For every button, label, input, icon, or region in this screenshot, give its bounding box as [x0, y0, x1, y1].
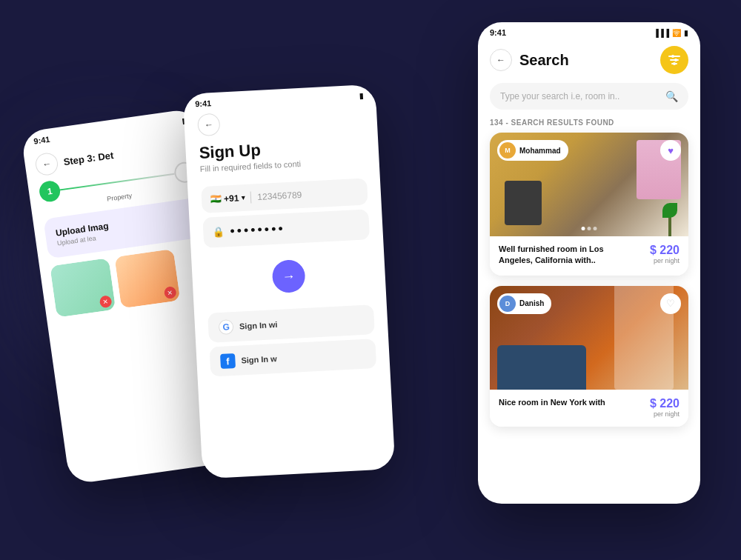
- phone-signup: 9:41 ▮ ← Sign Up Fill in required fields…: [183, 84, 396, 479]
- divider: [250, 192, 252, 204]
- plant-decoration: [662, 199, 677, 236]
- phone-field: 123456789: [257, 190, 302, 202]
- dot-1: [582, 227, 585, 230]
- back-button-3[interactable]: ←: [490, 49, 512, 71]
- code-text: +91: [224, 193, 239, 204]
- filter-icon: [668, 55, 681, 65]
- country-code: 🇮🇳 +91 ▾: [210, 193, 245, 204]
- price-value-2: $ 220: [650, 397, 679, 410]
- time-2: 9:41: [195, 99, 212, 108]
- password-input-row[interactable]: 🔒 ••••••••: [202, 209, 370, 248]
- filter-button[interactable]: [660, 46, 688, 74]
- facebook-signin-label: Sign In w: [241, 354, 277, 365]
- listing-image-2: D Danish ♡: [490, 286, 688, 390]
- step-title: Step 3: Det: [63, 149, 114, 167]
- room-image-1: [50, 258, 116, 317]
- search-input-container[interactable]: Type your search i.e, room in.. 🔍: [490, 83, 688, 110]
- time-3: 9:41: [490, 28, 506, 37]
- dot-2: [588, 227, 591, 230]
- heart-icon-1: ♥: [668, 145, 674, 156]
- listing-card-1[interactable]: M Mohammad ♥ Well furnished room in Los …: [490, 133, 688, 276]
- lock-icon: 🔒: [212, 227, 225, 239]
- status-bar-3: 9:41 ▐▐▐ 🛜 ▮: [478, 22, 700, 40]
- battery-icon-2: ▮: [359, 91, 365, 99]
- phone-input-row[interactable]: 🇮🇳 +91 ▾ 123456789: [201, 178, 368, 213]
- facebook-signin-button[interactable]: f Sign In w: [209, 339, 376, 377]
- google-signin-button[interactable]: G Sign In wi: [207, 304, 375, 343]
- listing-image-1: M Mohammad ♥: [490, 133, 688, 236]
- svg-point-3: [671, 55, 674, 58]
- thumb-1: ✕: [50, 258, 116, 317]
- chevron-down-icon: ▾: [241, 194, 245, 201]
- listing-info-1: Well furnished room in Los Angeles, Cali…: [490, 236, 688, 276]
- price-unit-1: per night: [650, 257, 679, 264]
- wifi-icon: 🛜: [672, 29, 681, 37]
- facebook-icon: f: [220, 353, 236, 369]
- user-name-1: Mohammad: [519, 147, 561, 155]
- favorite-button-1[interactable]: ♥: [660, 140, 681, 161]
- svg-point-5: [673, 62, 676, 65]
- dot-3: [594, 227, 597, 230]
- thumb-grid: ✕ ✕: [50, 244, 213, 318]
- thumb-2: ✕: [114, 249, 180, 308]
- search-input[interactable]: Type your search i.e, room in..: [500, 91, 659, 101]
- back-button-1[interactable]: ←: [34, 152, 59, 177]
- phone-search: 9:41 ▐▐▐ 🛜 ▮ ← Search Type your search i…: [478, 22, 700, 504]
- listing-price-1: $ 220 per night: [650, 244, 679, 264]
- time-1: 9:41: [33, 135, 50, 146]
- room-image-2: [114, 249, 180, 308]
- user-avatar-2: D: [499, 296, 516, 312]
- country-flag: 🇮🇳: [210, 194, 222, 205]
- listing-price-2: $ 220 per night: [650, 397, 679, 418]
- user-badge-1: M Mohammad: [497, 140, 568, 161]
- listing-description-2: Nice room in New York with: [499, 397, 605, 408]
- heart-icon-2: ♡: [666, 298, 675, 309]
- results-count: 134 - SEARCH RESULTS FOUND: [478, 119, 700, 133]
- listing-card-2[interactable]: D Danish ♡ Nice room in New York with $ …: [490, 286, 688, 427]
- back-button-2[interactable]: ←: [197, 113, 221, 137]
- user-name-2: Danish: [519, 299, 544, 307]
- search-icon: 🔍: [665, 90, 678, 102]
- next-button[interactable]: →: [272, 259, 306, 293]
- google-signin-label: Sign In wi: [239, 320, 278, 331]
- price-unit-2: per night: [650, 410, 679, 418]
- image-dots-1: [582, 227, 597, 230]
- svg-point-4: [674, 59, 677, 61]
- user-badge-2: D Danish: [497, 293, 551, 314]
- step-circle-1: 1: [38, 180, 62, 204]
- price-value-1: $ 220: [650, 244, 679, 257]
- listing-description-1: Well furnished room in Los Angeles, Cali…: [499, 244, 610, 267]
- google-icon: G: [219, 319, 234, 335]
- status-icons-2: ▮: [359, 91, 365, 99]
- listing-info-2: Nice room in New York with $ 220 per nig…: [490, 390, 688, 427]
- signal-icon: ▐▐▐: [654, 29, 669, 37]
- battery-icon-3: ▮: [684, 29, 688, 37]
- favorite-button-2[interactable]: ♡: [660, 293, 681, 314]
- search-header: ← Search: [478, 40, 700, 80]
- status-icons-3: ▐▐▐ 🛜 ▮: [654, 29, 688, 37]
- password-dots: ••••••••: [230, 221, 285, 239]
- user-avatar-1: M: [499, 142, 516, 159]
- search-page-title: Search: [519, 52, 653, 69]
